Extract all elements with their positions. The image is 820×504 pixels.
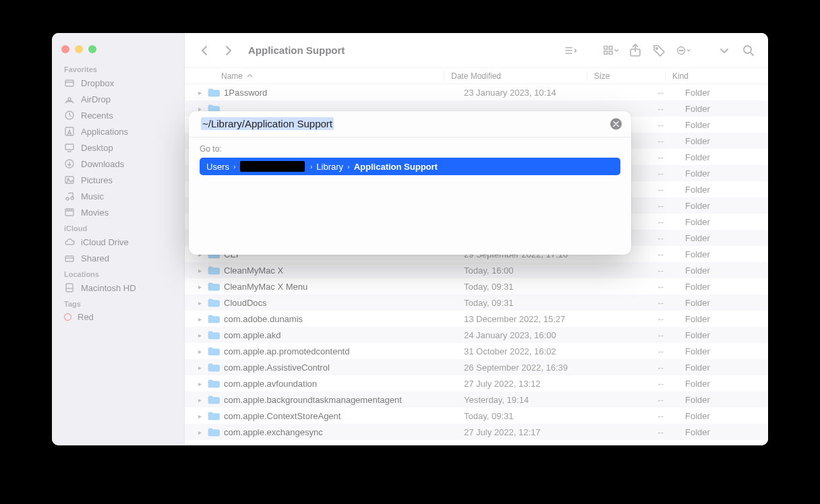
sidebar-item[interactable]: Shared (52, 250, 184, 266)
svg-rect-19 (609, 51, 612, 54)
file-kind: Folder (678, 152, 768, 162)
file-kind: Folder (678, 136, 768, 146)
column-name[interactable]: Name (221, 71, 444, 81)
file-row[interactable]: ▸CleanMyMac X MenuToday, 09:31--Folder (185, 278, 768, 294)
disclosure-triangle-icon[interactable]: ▸ (198, 315, 206, 323)
disclosure-triangle-icon[interactable]: ▸ (198, 396, 206, 404)
file-row[interactable]: ▸com.apple.AssistiveControl26 September … (185, 359, 768, 375)
file-row[interactable]: ▸com.apple.avfoundation27 July 2022, 13:… (185, 375, 768, 391)
sidebar-tag[interactable]: Red (52, 309, 184, 325)
back-button[interactable] (197, 43, 212, 58)
sidebar-item[interactable]: Downloads (52, 156, 184, 172)
file-size: -- (600, 411, 678, 421)
disclosure-triangle-icon[interactable]: ▸ (198, 364, 206, 371)
file-row[interactable]: ▸com.apple.exchangesync27 July 2022, 12:… (185, 424, 768, 440)
sidebar-item[interactable]: Pictures (52, 172, 184, 188)
disclosure-triangle-icon[interactable]: ▸ (198, 267, 206, 274)
tag-red-icon (64, 313, 71, 321)
go-to-path-input[interactable]: ~/Library/Application Support (189, 111, 631, 137)
clear-input-button[interactable] (610, 119, 622, 130)
tags-button[interactable] (652, 43, 667, 58)
sidebar-item-label: AirDrop (81, 94, 111, 104)
view-list-button[interactable] (563, 43, 578, 58)
file-kind: Folder (678, 233, 768, 243)
sidebar-item[interactable]: AirDrop (52, 91, 184, 107)
file-row[interactable]: ▸com.apple.akd24 January 2023, 16:00--Fo… (185, 327, 768, 343)
disclosure-triangle-icon[interactable]: ▸ (198, 283, 206, 290)
disclosure-triangle-icon[interactable]: ▸ (198, 429, 206, 436)
share-button[interactable] (628, 43, 643, 58)
redacted-username (240, 161, 305, 172)
file-date: Today, 16:00 (457, 265, 600, 276)
file-kind: Folder (678, 395, 768, 405)
file-row[interactable]: ▸com.adobe.dunamis13 December 2022, 15:2… (185, 311, 768, 327)
sidebar-item[interactable]: Dropbox (52, 75, 184, 91)
file-row[interactable]: ▸com.apple.backgroundtaskmanagementagent… (185, 391, 768, 408)
disclosure-triangle-icon[interactable]: ▸ (198, 412, 206, 420)
sidebar-item-label: Recents (81, 111, 113, 121)
forward-button[interactable] (221, 43, 236, 58)
file-size: -- (600, 395, 678, 405)
shared-icon (64, 253, 75, 263)
window-controls (52, 40, 184, 61)
file-row[interactable]: ▸CloudDocsToday, 09:31--Folder (185, 294, 768, 311)
file-size: -- (600, 330, 678, 340)
disclosure-triangle-icon[interactable]: ▸ (198, 332, 206, 339)
sidebar-item[interactable]: Applications (52, 123, 184, 139)
chevron-right-icon: › (310, 162, 313, 170)
search-button[interactable] (741, 43, 756, 58)
column-kind[interactable]: Kind (665, 71, 768, 81)
actions-menu-button[interactable] (676, 43, 691, 58)
toolbar-overflow-button[interactable] (717, 43, 732, 58)
svg-rect-18 (604, 51, 608, 54)
sidebar-item[interactable]: iCloud Drive (52, 234, 184, 250)
file-kind: Folder (678, 217, 768, 227)
file-row[interactable]: ▸com.apple.ap.promotedcontentd31 October… (185, 343, 768, 359)
group-button[interactable] (604, 43, 618, 58)
file-kind: Folder (678, 411, 768, 421)
sidebar-item[interactable]: Recents (52, 107, 184, 123)
sidebar-item[interactable]: Music (52, 188, 184, 204)
sidebar-heading: Locations (52, 266, 184, 280)
file-size: -- (600, 363, 678, 373)
file-name: com.apple.backgroundtaskmanagementagent (224, 395, 457, 405)
file-date: 31 October 2022, 16:02 (457, 346, 600, 356)
file-kind: Folder (678, 379, 768, 389)
file-kind: Folder (678, 201, 768, 211)
path-suggestion[interactable]: Users › › Library › Application Support (200, 158, 620, 175)
column-size[interactable]: Size (587, 71, 665, 81)
file-row[interactable]: ▸CleanMyMac XToday, 16:00--Folder (185, 262, 768, 278)
file-kind: Folder (678, 282, 768, 292)
file-name: com.adobe.dunamis (224, 314, 457, 324)
file-row[interactable]: ▸com.apple.ContextStoreAgentToday, 09:31… (185, 408, 768, 424)
sidebar-item[interactable]: Movies (52, 204, 184, 220)
svg-rect-12 (66, 284, 73, 292)
close-window-button[interactable] (61, 45, 69, 53)
zoom-window-button[interactable] (88, 45, 96, 53)
file-size: -- (600, 346, 678, 356)
file-row[interactable]: ▸1Password23 January 2023, 10:14--Folder (185, 84, 768, 100)
file-kind: Folder (678, 330, 768, 340)
disclosure-triangle-icon[interactable]: ▸ (198, 348, 206, 355)
window-title: Application Support (248, 44, 345, 56)
file-kind: Folder (678, 185, 768, 195)
disclosure-triangle-icon[interactable]: ▸ (198, 380, 206, 387)
svg-point-9 (71, 197, 74, 199)
file-date: Today, 09:31 (457, 411, 600, 421)
file-name: com.apple.ap.promotedcontentd (224, 346, 457, 356)
sidebar-item[interactable]: Desktop (52, 139, 184, 156)
minimize-window-button[interactable] (75, 45, 83, 53)
column-date-modified[interactable]: Date Modified (444, 71, 587, 81)
disclosure-triangle-icon[interactable]: ▸ (198, 89, 206, 96)
file-date: 24 January 2023, 16:00 (457, 330, 600, 340)
file-date: 27 July 2022, 12:17 (457, 427, 600, 437)
disclosure-triangle-icon[interactable]: ▸ (198, 299, 206, 307)
sidebar-item-label: Dropbox (81, 78, 114, 88)
file-kind: Folder (678, 265, 768, 276)
file-name: com.apple.ContextStoreAgent (224, 411, 457, 421)
download-icon (64, 158, 75, 169)
sidebar-item[interactable]: Macintosh HD (52, 280, 184, 296)
svg-line-27 (751, 53, 754, 56)
file-date: 26 September 2022, 16:39 (457, 363, 600, 373)
file-kind: Folder (678, 346, 768, 356)
